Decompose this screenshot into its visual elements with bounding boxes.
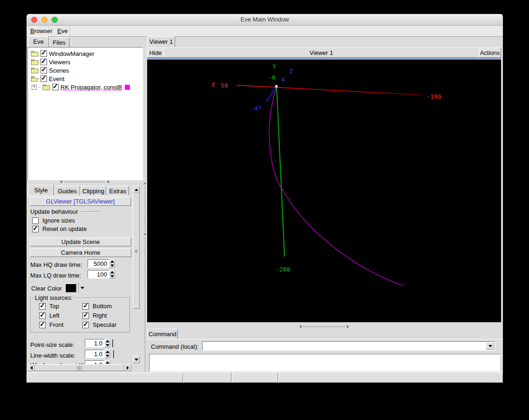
clear-color-swatch[interactable]: [65, 284, 76, 292]
max-hq-spinner[interactable]: [109, 259, 115, 268]
spin-up-button[interactable]: [104, 350, 110, 354]
clear-color-dropdown-icon[interactable]: [81, 287, 84, 289]
viewer-title-bar[interactable]: Viewer 1: [163, 47, 479, 58]
max-hq-label: Max HQ draw time:: [30, 261, 82, 268]
tree-item-windowmanager[interactable]: WindowManager: [31, 49, 95, 58]
actions-button[interactable]: Actions: [479, 47, 501, 58]
checkbox[interactable]: [41, 59, 47, 65]
point-size-spinner[interactable]: [104, 339, 110, 347]
tab-guides[interactable]: Guides: [54, 186, 80, 196]
spin-up-button[interactable]: [109, 259, 115, 264]
viewer-command-splitter[interactable]: ∨ ∨: [147, 325, 501, 329]
tab-style[interactable]: Style: [28, 185, 54, 196]
line-width-auto-checkbox[interactable]: [113, 350, 114, 358]
tab-viewer-1[interactable]: Viewer 1: [147, 36, 175, 47]
checkbox-label: Top: [49, 303, 59, 310]
chevron-down-icon: ∨: [299, 325, 302, 329]
checkbox[interactable]: [82, 322, 89, 328]
item-color-swatch[interactable]: [125, 85, 130, 90]
command-input[interactable]: [203, 342, 487, 350]
checkbox-label: Specular: [93, 321, 116, 328]
chevron-right-icon: >: [143, 182, 146, 186]
z-axis-far-tick: -47: [251, 105, 261, 112]
ignore-sizes-row[interactable]: Ignore sizes: [32, 217, 75, 224]
style-panel-hscrollbar[interactable]: |||: [28, 364, 131, 371]
light-left-row[interactable]: Left: [39, 312, 60, 319]
camera-home-button[interactable]: Camera Home: [30, 248, 131, 257]
checkbox[interactable]: [52, 84, 59, 90]
max-lq-field[interactable]: 100: [88, 270, 109, 278]
spin-up-button[interactable]: [109, 270, 115, 274]
light-specular-row[interactable]: Specular: [82, 321, 116, 328]
checkbox[interactable]: [82, 303, 89, 310]
line-width-field[interactable]: 1.0: [85, 350, 104, 358]
menu-eve[interactable]: Eve: [55, 27, 69, 35]
particle-track: [269, 87, 404, 286]
tree-item-rk-propagator[interactable]: + RK Propagator, constB: [32, 83, 130, 91]
scroll-down-button[interactable]: [133, 356, 140, 363]
spin-up-button[interactable]: [104, 339, 110, 343]
tree-item-event[interactable]: Event: [31, 75, 64, 83]
tab-command[interactable]: Command: [147, 329, 178, 339]
checkbox[interactable]: [82, 312, 89, 319]
reset-on-update-row[interactable]: Reset on update: [32, 225, 87, 232]
line-width-spinner[interactable]: [104, 350, 110, 358]
combo-dropdown-button[interactable]: [486, 342, 495, 350]
gl-scene: X 58 -199 Y -0 -288 Z 4 -47: [147, 60, 501, 322]
scrollbar-thumb[interactable]: ≡: [133, 193, 140, 309]
tree-item-label[interactable]: Scenes: [49, 67, 69, 74]
scroll-up-button[interactable]: [133, 186, 140, 193]
scroll-left-button[interactable]: [28, 364, 35, 371]
light-bottom-row[interactable]: Bottom: [82, 303, 112, 310]
checkbox[interactable]: [32, 217, 39, 224]
folder-icon: [31, 67, 39, 74]
gl-viewport[interactable]: X 58 -199 Y -0 -288 Z 4 -47: [147, 58, 501, 322]
spin-down-button[interactable]: [109, 264, 115, 268]
main-vertical-splitter[interactable]: > >: [142, 37, 147, 372]
scrollbar-thumb[interactable]: |||: [35, 364, 124, 371]
checkbox[interactable]: [32, 226, 39, 232]
hide-button[interactable]: Hide: [147, 47, 164, 58]
tree-item-label[interactable]: WindowManager: [49, 50, 95, 57]
tab-extras[interactable]: Extras: [107, 186, 129, 196]
glviewer-button[interactable]: GLViewer [TGLSAViewer]: [30, 197, 131, 206]
checkbox[interactable]: [39, 312, 46, 319]
light-right-row[interactable]: Right: [82, 312, 107, 319]
left-horizontal-splitter[interactable]: ∨ ∨: [27, 180, 142, 184]
z-axis-name-label: Z: [289, 68, 293, 75]
light-top-row[interactable]: Top: [39, 303, 59, 310]
title-bar[interactable]: Eve Main Window: [27, 14, 503, 26]
tree-item-label[interactable]: RK Propagator, constB: [61, 84, 122, 91]
checkbox-label: Left: [49, 312, 60, 319]
max-lq-spinner[interactable]: [109, 270, 115, 278]
spin-down-button[interactable]: [109, 274, 115, 278]
spin-down-button[interactable]: [104, 354, 110, 358]
checkbox[interactable]: [39, 322, 46, 328]
scroll-right-button[interactable]: [124, 364, 131, 371]
spin-down-button[interactable]: [104, 343, 110, 347]
tree-item-label[interactable]: Viewers: [49, 59, 70, 66]
point-size-auto-checkbox[interactable]: [112, 339, 113, 347]
style-panel-scrollbar[interactable]: ≡: [133, 185, 140, 364]
tab-eve[interactable]: Eve: [28, 36, 49, 47]
command-combobox[interactable]: [202, 341, 495, 351]
tree-item-label[interactable]: Event: [49, 75, 64, 82]
y-axis-name-label: Y: [272, 63, 276, 70]
resize-grip[interactable]: [495, 375, 502, 381]
update-scene-button[interactable]: Update Scene: [30, 237, 131, 246]
tree-item-viewers[interactable]: Viewers: [31, 58, 70, 66]
tab-files[interactable]: Files: [49, 37, 69, 47]
checkbox[interactable]: [41, 50, 47, 57]
light-front-row[interactable]: Front: [39, 321, 63, 328]
expand-icon[interactable]: +: [32, 85, 37, 90]
menu-browser[interactable]: Browser: [28, 27, 54, 35]
checkbox[interactable]: [41, 75, 47, 82]
max-hq-field[interactable]: 5000: [88, 259, 109, 268]
command-output[interactable]: [149, 354, 500, 372]
checkbox[interactable]: [39, 303, 46, 310]
checkbox[interactable]: [41, 67, 47, 74]
eve-scene-tree: WindowManager Viewers Scenes Event +: [27, 47, 143, 180]
tree-item-scenes[interactable]: Scenes: [31, 66, 69, 75]
point-size-field[interactable]: 1.0: [85, 339, 104, 347]
tab-clipping[interactable]: Clipping: [81, 186, 106, 196]
